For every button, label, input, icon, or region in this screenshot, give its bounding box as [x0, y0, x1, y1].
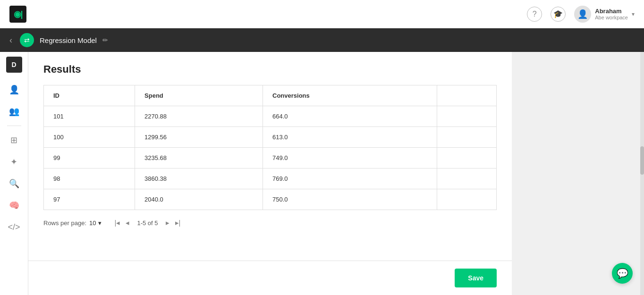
cell-spend: 3235.68 — [135, 148, 263, 169]
cell-empty — [437, 189, 496, 210]
col-header-conversions: Conversions — [263, 85, 437, 106]
sidebar-divider — [7, 126, 21, 126]
avatar: 👤 — [574, 6, 591, 23]
cell-conversions: 750.0 — [263, 189, 437, 210]
last-page-button[interactable]: ▸| — [173, 218, 183, 228]
cell-spend: 3860.38 — [135, 169, 263, 189]
cell-empty — [437, 127, 496, 148]
table-row: 101 2270.88 664.0 — [44, 106, 497, 127]
chevron-down-icon: ▾ — [632, 11, 635, 17]
table-row: 100 1299.56 613.0 — [44, 127, 497, 148]
cell-conversions: 749.0 — [263, 148, 437, 169]
col-header-empty — [437, 85, 496, 106]
sidebar-item-star[interactable]: ✦ — [5, 152, 24, 171]
sidebar-item-person[interactable]: 👤 — [5, 80, 24, 99]
prev-page-button[interactable]: ◂ — [124, 218, 131, 228]
rows-per-page-label: Rows per page: — [43, 219, 86, 227]
save-button[interactable]: Save — [455, 269, 497, 287]
learn-button[interactable]: 🎓 — [551, 7, 566, 22]
sidebar-item-code[interactable]: </> — [5, 218, 24, 236]
cell-conversions: 664.0 — [263, 106, 437, 127]
top-navbar: ◉| ? 🎓 👤 Abraham Abe workpace ▾ — [0, 0, 644, 28]
rows-per-page-value: 10 — [89, 219, 96, 227]
next-page-button[interactable]: ▸ — [164, 218, 171, 228]
table-body: 101 2270.88 664.0 100 1299.56 613.0 99 3… — [44, 106, 497, 210]
cell-empty — [437, 148, 496, 169]
back-button[interactable]: ‹ — [8, 34, 14, 47]
cell-id: 99 — [44, 148, 135, 169]
cell-conversions: 613.0 — [263, 127, 437, 148]
cell-id: 100 — [44, 127, 135, 148]
results-table: ID Spend Conversions 101 2270.88 664.0 1… — [43, 85, 497, 210]
help-button[interactable]: ? — [527, 7, 542, 22]
cell-spend: 2040.0 — [135, 189, 263, 210]
logo-section: ◉| — [9, 6, 26, 23]
table-header: ID Spend Conversions — [44, 85, 497, 106]
top-nav-right: ? 🎓 👤 Abraham Abe workpace ▾ — [527, 6, 635, 23]
sidebar-item-grid[interactable]: ⊞ — [5, 131, 24, 150]
cell-spend: 1299.56 — [135, 127, 263, 148]
chat-icon: 💬 — [617, 268, 628, 279]
sidebar-avatar: D — [6, 57, 22, 73]
cell-conversions: 769.0 — [263, 169, 437, 189]
cell-id: 101 — [44, 106, 135, 127]
table-row: 98 3860.38 769.0 — [44, 169, 497, 189]
model-title: Regression Model — [40, 36, 97, 44]
first-page-button[interactable]: |◂ — [113, 218, 122, 228]
cell-empty — [437, 106, 496, 127]
rows-per-page-select[interactable]: 10 ▾ — [89, 219, 101, 227]
main-layout: D 👤 👥 ⊞ ✦ 🔍 🧠 </> Results ID Spend Conve… — [0, 52, 644, 295]
graduation-icon: 🎓 — [553, 9, 563, 18]
cell-id: 97 — [44, 189, 135, 210]
table-row: 99 3235.68 749.0 — [44, 148, 497, 169]
sidebar-item-brain[interactable]: 🧠 — [5, 196, 24, 215]
model-icon: ⇄ — [20, 33, 34, 47]
logo-text: ◉| — [14, 10, 22, 18]
logo-icon: ◉| — [9, 6, 26, 23]
pagination: Rows per page: 10 ▾ |◂ ◂ 1-5 of 5 ▸ ▸| — [43, 218, 497, 228]
cell-empty — [437, 169, 496, 189]
sidebar-item-team[interactable]: 👥 — [5, 102, 24, 121]
user-workspace: Abe workpace — [595, 15, 628, 20]
results-title: Results — [43, 63, 497, 76]
footer-actions: Save — [28, 261, 512, 295]
chat-button[interactable]: 💬 — [612, 263, 633, 284]
right-panel — [512, 52, 644, 295]
edit-icon[interactable]: ✏ — [102, 36, 108, 44]
cell-id: 98 — [44, 169, 135, 189]
user-section[interactable]: 👤 Abraham Abe workpace ▾ — [574, 6, 635, 23]
sub-header: ‹ ⇄ Regression Model ✏ — [0, 28, 644, 52]
sidebar-item-search[interactable]: 🔍 — [5, 174, 24, 193]
scrollbar-track — [640, 52, 644, 295]
table-row: 97 2040.0 750.0 — [44, 189, 497, 210]
rows-per-page-chevron: ▾ — [98, 219, 102, 227]
help-icon: ? — [533, 10, 537, 18]
user-info: Abraham Abe workpace — [595, 8, 628, 20]
back-icon: ‹ — [9, 35, 12, 45]
content-area: Results ID Spend Conversions 101 2270.88… — [28, 52, 512, 261]
pagination-nav: |◂ ◂ 1-5 of 5 ▸ ▸| — [113, 218, 183, 228]
page-info: 1-5 of 5 — [137, 219, 158, 227]
scrollbar-thumb[interactable] — [640, 146, 644, 175]
user-name: Abraham — [595, 8, 628, 15]
cell-spend: 2270.88 — [135, 106, 263, 127]
col-header-id: ID — [44, 85, 135, 106]
sidebar: D 👤 👥 ⊞ ✦ 🔍 🧠 </> — [0, 52, 28, 295]
col-header-spend: Spend — [135, 85, 263, 106]
rows-per-page-section: Rows per page: 10 ▾ — [43, 219, 102, 227]
